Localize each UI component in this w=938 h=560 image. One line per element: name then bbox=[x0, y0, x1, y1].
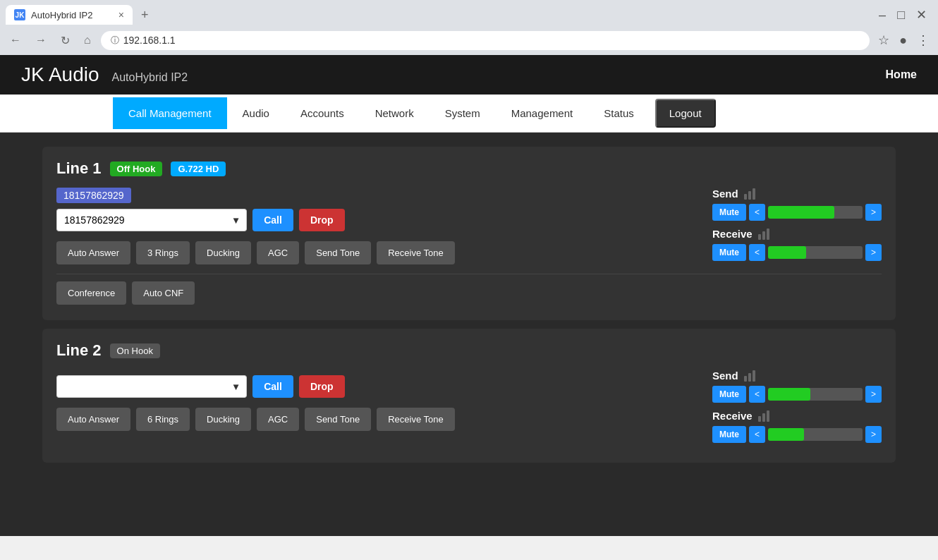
forward-button[interactable]: → bbox=[31, 31, 51, 49]
line2-receive-label: Receive bbox=[712, 410, 882, 422]
line2-status-badge: On Hook bbox=[110, 343, 160, 358]
line2-receive-tone-button[interactable]: Receive Tone bbox=[377, 408, 455, 431]
line1-input-wrapper: ▼ bbox=[56, 209, 247, 231]
line2-right: Send Mute < > bbox=[712, 370, 882, 450]
logout-button[interactable]: Logout bbox=[655, 99, 716, 128]
line2-header: Line 2 On Hook bbox=[56, 341, 882, 360]
browser-chrome: JK AutoHybrid IP2 × + – □ ✕ ← → ↻ ⌂ ⓘ 19… bbox=[0, 0, 938, 55]
tab-close-button[interactable]: × bbox=[118, 9, 124, 20]
line2-agc-button[interactable]: AGC bbox=[257, 408, 299, 431]
nav-call-management[interactable]: Call Management bbox=[113, 97, 227, 129]
restore-button[interactable]: □ bbox=[894, 5, 908, 25]
line2-send-vol-dec[interactable]: < bbox=[749, 386, 765, 403]
line1-drop-button[interactable]: Drop bbox=[299, 209, 345, 231]
line1-call-controls: ▼ Call Drop bbox=[56, 209, 698, 231]
line1-phone-input[interactable] bbox=[56, 209, 226, 231]
line1-call-button[interactable]: Call bbox=[252, 209, 293, 231]
nav-management[interactable]: Management bbox=[496, 97, 589, 129]
bar2 bbox=[748, 373, 751, 382]
bookmark-button[interactable]: ☆ bbox=[875, 30, 892, 51]
line2-ducking-button[interactable]: Ducking bbox=[195, 408, 251, 431]
line2-call-button[interactable]: Call bbox=[252, 375, 293, 398]
bar1 bbox=[758, 416, 761, 422]
app-brand: JK Audio bbox=[21, 63, 99, 86]
line1-send-mute-button[interactable]: Mute bbox=[712, 204, 746, 221]
line1-receive-label: Receive bbox=[712, 228, 882, 240]
main-content: Line 1 Off Hook G.722 HD 18157862929 ▼ C… bbox=[0, 133, 938, 536]
nav-network[interactable]: Network bbox=[360, 97, 430, 129]
line1-receive-fill bbox=[768, 246, 806, 259]
line2-send-fill bbox=[768, 388, 810, 401]
line2-receive-vol-inc[interactable]: > bbox=[865, 426, 882, 443]
line2-receive-vol-dec[interactable]: < bbox=[749, 426, 765, 443]
line1-ducking-button[interactable]: Ducking bbox=[195, 241, 251, 264]
line1-title: Line 1 bbox=[56, 159, 102, 178]
line2-send-section: Send Mute < > bbox=[712, 370, 882, 403]
line1-send-controls: Mute < > bbox=[712, 204, 882, 221]
line1-receive-mute-button[interactable]: Mute bbox=[712, 244, 746, 261]
line1-send-slider[interactable] bbox=[768, 206, 863, 219]
line1-send-tone-button[interactable]: Send Tone bbox=[305, 241, 371, 264]
line1-number-display: 18157862929 bbox=[56, 188, 131, 203]
line2-left: ▼ Call Drop Auto Answer 6 Rings Ducking … bbox=[56, 370, 698, 431]
app-subtitle: AutoHybrid IP2 bbox=[112, 71, 188, 84]
browser-tab[interactable]: JK AutoHybrid IP2 × bbox=[6, 5, 133, 25]
close-button[interactable]: ✕ bbox=[913, 4, 930, 25]
bar2 bbox=[762, 231, 765, 240]
tab-favicon: JK bbox=[14, 9, 25, 20]
line2-send-slider[interactable] bbox=[768, 388, 863, 401]
line2-receive-slider[interactable] bbox=[768, 428, 863, 441]
line2-receive-section: Receive Mute < > bbox=[712, 410, 882, 443]
line1-body: 18157862929 ▼ Call Drop Auto Answer 3 Ri… bbox=[56, 188, 882, 268]
line1-send-label: Send bbox=[712, 188, 882, 200]
line1-right: Send Mute < > bbox=[712, 188, 882, 268]
line1-auto-answer-button[interactable]: Auto Answer bbox=[56, 241, 130, 264]
line1-send-vol-dec[interactable]: < bbox=[749, 204, 765, 221]
minimize-button[interactable]: – bbox=[876, 5, 889, 25]
nav-bar: Call Management Audio Accounts Network S… bbox=[0, 95, 938, 133]
bar3 bbox=[767, 229, 769, 240]
line1-send-vol-inc[interactable]: > bbox=[865, 204, 882, 221]
line2-receive-bars bbox=[758, 410, 769, 422]
line2-receive-controls: Mute < > bbox=[712, 426, 882, 443]
line1-dropdown-arrow[interactable]: ▼ bbox=[226, 209, 247, 231]
nav-audio[interactable]: Audio bbox=[227, 97, 285, 129]
line1-header: Line 1 Off Hook G.722 HD bbox=[56, 159, 882, 178]
app-header: JK Audio AutoHybrid IP2 Home bbox=[0, 55, 938, 95]
line1-receive-slider[interactable] bbox=[768, 246, 863, 259]
profile-button[interactable]: ● bbox=[896, 30, 910, 51]
line2-rings-button[interactable]: 6 Rings bbox=[136, 408, 190, 431]
line1-receive-vol-inc[interactable]: > bbox=[865, 244, 882, 261]
line2-send-vol-inc[interactable]: > bbox=[865, 386, 882, 403]
app-home-link[interactable]: Home bbox=[886, 68, 917, 81]
line1-receive-tone-button[interactable]: Receive Tone bbox=[377, 241, 455, 264]
bar3 bbox=[753, 370, 755, 382]
nav-system[interactable]: System bbox=[430, 97, 496, 129]
line1-agc-button[interactable]: AGC bbox=[257, 241, 299, 264]
back-button[interactable]: ← bbox=[6, 31, 25, 49]
reload-button[interactable]: ↻ bbox=[56, 31, 74, 50]
line2-send-tone-button[interactable]: Send Tone bbox=[305, 408, 371, 431]
line1-rings-button[interactable]: 3 Rings bbox=[136, 241, 190, 264]
line2-auto-answer-button[interactable]: Auto Answer bbox=[56, 408, 130, 431]
menu-button[interactable]: ⋮ bbox=[914, 30, 932, 51]
line2-send-controls: Mute < > bbox=[712, 386, 882, 403]
nav-accounts[interactable]: Accounts bbox=[285, 97, 360, 129]
nav-status[interactable]: Status bbox=[588, 97, 650, 129]
line1-action-buttons: Auto Answer 3 Rings Ducking AGC Send Ton… bbox=[56, 241, 698, 264]
conference-button[interactable]: Conference bbox=[56, 281, 126, 305]
tab-title: AutoHybrid IP2 bbox=[31, 10, 92, 20]
line1-receive-vol-dec[interactable]: < bbox=[749, 244, 765, 261]
line2-phone-input[interactable] bbox=[56, 375, 226, 398]
home-button[interactable]: ⌂ bbox=[80, 31, 95, 49]
auto-cnf-button[interactable]: Auto CNF bbox=[132, 281, 195, 305]
line2-dropdown-arrow[interactable]: ▼ bbox=[226, 375, 247, 398]
new-tab-button[interactable]: + bbox=[135, 5, 154, 25]
address-bar[interactable]: ⓘ 192.168.1.1 bbox=[101, 31, 870, 50]
line1-left: 18157862929 ▼ Call Drop Auto Answer 3 Ri… bbox=[56, 188, 698, 264]
line2-receive-mute-button[interactable]: Mute bbox=[712, 426, 746, 443]
line2-send-mute-button[interactable]: Mute bbox=[712, 386, 746, 403]
bar1 bbox=[758, 234, 761, 240]
line1-codec-badge: G.722 HD bbox=[171, 162, 226, 176]
line2-drop-button[interactable]: Drop bbox=[299, 375, 345, 398]
